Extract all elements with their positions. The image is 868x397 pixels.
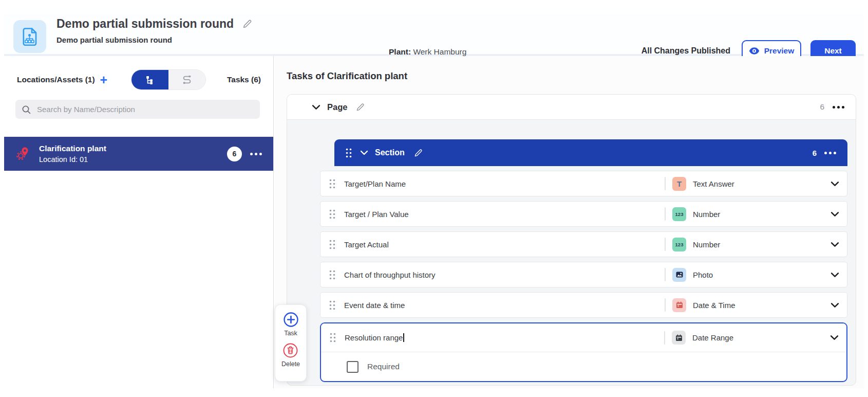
tree-view-toggle[interactable]	[131, 70, 168, 89]
task-row[interactable]: Chart of throughput history Photo	[320, 262, 847, 287]
tasks-panel: Tasks of Clarification plant Page 6 Sect…	[274, 56, 864, 388]
drag-handle-icon[interactable]	[329, 240, 335, 249]
chevron-down-icon[interactable]	[831, 302, 839, 308]
round-subtitle: Demo partial submission round	[56, 35, 253, 44]
divider	[665, 298, 666, 312]
location-more-options-icon[interactable]	[250, 153, 262, 155]
task-type-badge	[672, 331, 686, 345]
delete-task-label: Delete	[281, 360, 300, 368]
section-more-options-icon[interactable]	[824, 152, 836, 154]
task-row[interactable]: Target Actual 123 Number	[320, 231, 847, 257]
task-name: Target/Plan Name	[344, 179, 665, 188]
drag-handle-icon[interactable]	[329, 179, 335, 189]
page-label: Page	[327, 102, 347, 112]
task-name: Resolution range	[345, 333, 664, 342]
page-task-count: 6	[820, 102, 824, 112]
chevron-down-icon[interactable]	[831, 272, 839, 278]
task-type-badge	[672, 268, 686, 282]
task-name: Target Actual	[344, 240, 665, 249]
section-label: Section	[375, 148, 405, 157]
plant-info: Plant: Werk Hamburg	[389, 47, 466, 57]
required-label: Required	[367, 362, 400, 371]
required-row: Required	[321, 352, 846, 381]
task-row[interactable]: Target / Plan Value 123 Number	[320, 201, 847, 227]
location-id: Location Id: 01	[39, 155, 106, 164]
trash-icon	[282, 342, 298, 358]
preview-label: Preview	[764, 46, 795, 56]
drag-handle-icon[interactable]	[330, 333, 336, 342]
task-list: Target/Plan Name T Text Answer Target / …	[320, 171, 847, 382]
task-row[interactable]: Event date & time Date & Time	[320, 292, 847, 318]
location-name: Clarification plant	[39, 144, 106, 153]
task-name: Event date & time	[344, 301, 665, 310]
task-row[interactable]: Target/Plan Name T Text Answer	[320, 171, 847, 196]
document-hierarchy-icon	[20, 26, 40, 47]
tasks-heading: Tasks of Clarification plant	[274, 56, 864, 82]
view-toggle	[131, 69, 206, 90]
task-type-label: Number	[693, 240, 831, 249]
task-type-label: Text Answer	[693, 179, 831, 188]
add-task-button[interactable]: Task	[283, 312, 299, 337]
plant-label: Plant:	[389, 47, 411, 56]
eye-icon	[749, 47, 760, 55]
chevron-down-icon[interactable]	[831, 181, 839, 187]
page-header[interactable]: Page 6	[287, 95, 856, 120]
task-type-label: Date Range	[692, 333, 830, 342]
app-header: Demo partial submission round Demo parti…	[4, 13, 864, 56]
task-type-badge: 123	[672, 207, 686, 221]
task-type-label: Number	[693, 210, 831, 219]
plant-value: Werk Hamburg	[413, 47, 466, 56]
plus-circle-icon	[283, 312, 299, 328]
task-type-badge: T	[672, 177, 686, 191]
location-item-clarification-plant[interactable]: Clarification plant Location Id: 01 6	[4, 137, 273, 171]
round-title: Demo partial submission round	[56, 17, 234, 31]
chevron-down-icon[interactable]	[831, 242, 839, 247]
locations-sidebar: Locations/Assets (1) + Tasks (6)	[4, 56, 274, 388]
drag-handle-icon[interactable]	[329, 300, 335, 310]
task-type-label: Date & Time	[693, 301, 831, 310]
edit-page-icon[interactable]	[355, 102, 365, 112]
divider	[665, 268, 666, 281]
divider	[665, 238, 666, 251]
locations-assets-label: Locations/Assets (1)	[17, 75, 95, 84]
page-card: Page 6 Section 6	[287, 94, 856, 386]
tasks-count-label: Tasks (6)	[227, 75, 261, 84]
task-name: Target / Plan Value	[344, 210, 665, 219]
task-type-label: Photo	[693, 270, 831, 279]
search-bar	[15, 100, 260, 119]
edit-section-icon[interactable]	[413, 148, 423, 158]
divider	[665, 177, 666, 190]
task-name: Chart of throughput history	[344, 270, 665, 279]
drag-handle-icon[interactable]	[329, 270, 335, 280]
section-header[interactable]: Section 6	[334, 139, 847, 166]
search-icon	[22, 105, 31, 114]
next-label: Next	[824, 46, 842, 56]
divider	[665, 207, 666, 221]
round-type-icon	[13, 20, 46, 53]
asset-pin-icon	[15, 146, 30, 161]
section-drag-handle-icon[interactable]	[346, 148, 352, 158]
divider	[664, 331, 665, 345]
add-task-label: Task	[284, 330, 297, 337]
edit-title-icon[interactable]	[242, 19, 253, 29]
route-view-toggle[interactable]	[168, 70, 205, 89]
section-collapse-chevron-icon[interactable]	[360, 150, 368, 155]
page-collapse-chevron-icon[interactable]	[312, 104, 320, 110]
selected-task-container: Resolution range Date Range Required	[320, 322, 847, 382]
drag-handle-icon[interactable]	[329, 209, 335, 219]
section-task-count: 6	[813, 149, 817, 157]
required-checkbox[interactable]	[347, 361, 358, 373]
chevron-down-icon[interactable]	[831, 211, 839, 217]
location-task-count: 6	[227, 147, 242, 161]
chevron-down-icon[interactable]	[830, 335, 839, 340]
search-input[interactable]	[36, 104, 254, 114]
task-row[interactable]: Resolution range Date Range	[321, 323, 846, 352]
add-location-button[interactable]: +	[100, 75, 108, 85]
publish-status: All Changes Published	[641, 46, 730, 56]
tree-view-icon	[145, 75, 155, 85]
task-type-badge	[672, 298, 686, 312]
delete-task-button[interactable]: Delete	[281, 342, 300, 368]
page-more-options-icon[interactable]	[833, 106, 844, 109]
route-view-icon	[182, 76, 192, 84]
task-type-badge: 123	[672, 238, 686, 251]
